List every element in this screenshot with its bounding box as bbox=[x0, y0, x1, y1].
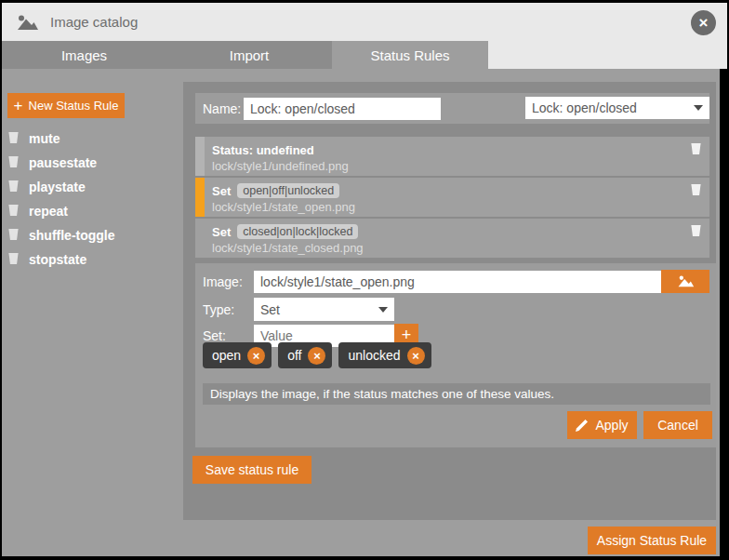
image-catalog-icon bbox=[15, 13, 39, 32]
status-rule-list: mute pausestate playstate repeat shuffle… bbox=[7, 127, 175, 272]
row-accent bbox=[195, 219, 205, 258]
type-select-value: Set bbox=[260, 302, 280, 317]
image-label: Image: bbox=[203, 274, 254, 289]
rule-hint-text: Displays the image, if the status matche… bbox=[203, 383, 710, 405]
remove-tag-icon[interactable]: × bbox=[308, 347, 325, 365]
trash-icon[interactable] bbox=[7, 155, 20, 171]
assign-status-rule-button[interactable]: Assign Status Rule bbox=[588, 527, 716, 554]
row-accent bbox=[195, 137, 205, 176]
trash-icon[interactable] bbox=[7, 131, 20, 147]
sidebar-item-playstate[interactable]: playstate bbox=[7, 175, 175, 199]
row-body: Set open|off|unlocked lock/style1/state_… bbox=[205, 178, 690, 217]
sidebar-item-label: stopstate bbox=[29, 252, 86, 267]
sidebar-item-label: repeat bbox=[29, 204, 68, 219]
image-path-input[interactable] bbox=[254, 271, 661, 293]
chevron-down-icon bbox=[694, 105, 703, 111]
rule-row-set-open[interactable]: Set open|off|unlocked lock/style1/state_… bbox=[195, 178, 709, 217]
sidebar-item-mute[interactable]: mute bbox=[7, 127, 175, 151]
image-catalog-dialog: Image catalog × Images Import Status Rul… bbox=[0, 0, 729, 560]
chevron-down-icon bbox=[378, 307, 388, 313]
set-label: Set: bbox=[203, 328, 254, 343]
rule-select-dropdown[interactable]: Lock: open/closed bbox=[525, 97, 709, 119]
trash-icon[interactable] bbox=[690, 142, 702, 176]
new-status-rule-label: New Status Rule bbox=[29, 99, 119, 113]
sidebar-item-pausestate[interactable]: pausestate bbox=[7, 151, 175, 175]
row-path: lock/style1/undefined.png bbox=[212, 159, 690, 173]
rule-select-value: Lock: open/closed bbox=[532, 100, 637, 115]
tab-status-rules[interactable]: Status Rules bbox=[332, 41, 488, 69]
rule-detail-editor: Image: Type: Set Set: + open × off bbox=[195, 263, 716, 447]
sidebar-item-shuffle-toggle[interactable]: shuffle-toggle bbox=[7, 223, 175, 247]
tag-label: open bbox=[212, 348, 241, 363]
trash-icon[interactable] bbox=[7, 228, 20, 244]
row-accent-selected bbox=[195, 178, 205, 217]
trash-icon[interactable] bbox=[690, 224, 702, 258]
row-body: Status: undefined lock/style1/undefined.… bbox=[205, 137, 690, 176]
browse-image-button[interactable] bbox=[661, 270, 709, 293]
tag-label: off bbox=[287, 348, 301, 363]
trash-icon[interactable] bbox=[690, 183, 702, 217]
rule-row-undefined[interactable]: Status: undefined lock/style1/undefined.… bbox=[195, 137, 709, 176]
sidebar-item-label: shuffle-toggle bbox=[29, 228, 115, 243]
new-status-rule-button[interactable]: + New Status Rule bbox=[7, 93, 125, 118]
tag-off: off × bbox=[278, 342, 332, 368]
tag-unlocked: unlocked × bbox=[338, 342, 431, 368]
remove-tag-icon[interactable]: × bbox=[247, 347, 265, 365]
sidebar-item-label: pausestate bbox=[29, 155, 97, 170]
value-tags: open × off × unlocked × bbox=[203, 342, 431, 368]
tag-open: open × bbox=[203, 342, 272, 368]
sidebar-item-repeat[interactable]: repeat bbox=[7, 199, 175, 223]
pencil-icon bbox=[576, 419, 589, 432]
tab-images[interactable]: Images bbox=[2, 41, 166, 69]
row-values-badge: closed|on|lock|locked bbox=[237, 224, 358, 239]
image-icon bbox=[675, 274, 696, 288]
sidebar-item-label: playstate bbox=[29, 180, 86, 194]
sidebar-item-label: mute bbox=[29, 131, 60, 146]
tab-import[interactable]: Import bbox=[166, 41, 332, 69]
tab-bar: Images Import Status Rules bbox=[2, 41, 727, 69]
trash-icon[interactable] bbox=[7, 180, 20, 195]
trash-icon[interactable] bbox=[7, 204, 20, 220]
row-title: Set bbox=[212, 225, 231, 239]
titlebar: Image catalog × bbox=[2, 3, 727, 41]
cancel-button[interactable]: Cancel bbox=[643, 411, 712, 439]
window-title: Image catalog bbox=[50, 14, 138, 30]
type-select-dropdown[interactable]: Set bbox=[254, 298, 394, 321]
close-icon[interactable]: × bbox=[691, 10, 716, 35]
rule-name-input[interactable] bbox=[244, 98, 441, 120]
rule-row-set-closed[interactable]: Set closed|on|lock|locked lock/style1/st… bbox=[195, 219, 709, 258]
tab-bar-filler bbox=[488, 41, 727, 69]
sidebar-item-stopstate[interactable]: stopstate bbox=[7, 247, 175, 272]
row-title: Set bbox=[212, 184, 231, 198]
row-values-badge: open|off|unlocked bbox=[237, 183, 339, 198]
row-title: Status: undefined bbox=[212, 143, 314, 157]
apply-button[interactable]: Apply bbox=[567, 411, 637, 439]
name-label: Name: bbox=[203, 101, 244, 116]
remove-tag-icon[interactable]: × bbox=[407, 347, 425, 365]
trash-icon[interactable] bbox=[7, 252, 20, 268]
row-path: lock/style1/state_closed.png bbox=[212, 241, 690, 255]
tag-label: unlocked bbox=[348, 348, 400, 363]
row-body: Set closed|on|lock|locked lock/style1/st… bbox=[205, 219, 690, 258]
row-path: lock/style1/state_open.png bbox=[212, 200, 690, 214]
type-label: Type: bbox=[203, 302, 254, 317]
plus-icon: + bbox=[14, 97, 23, 115]
save-status-rule-button[interactable]: Save status rule bbox=[192, 456, 311, 484]
apply-label: Apply bbox=[595, 418, 628, 433]
